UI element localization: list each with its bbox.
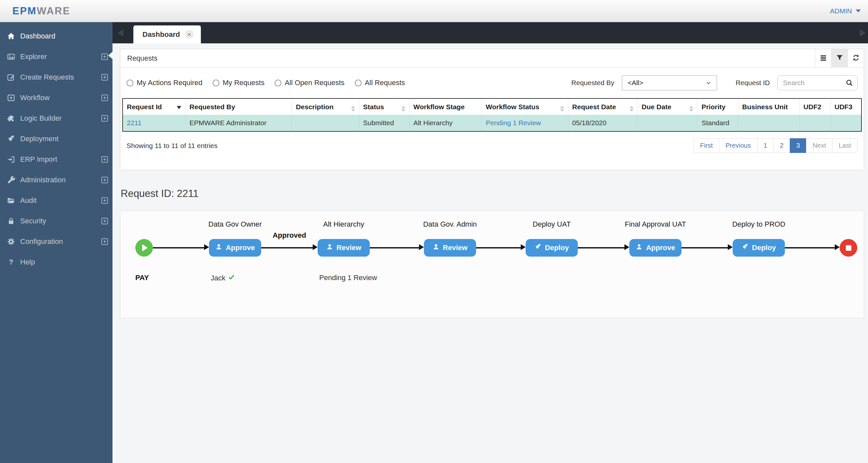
svg-text:?: ?: [9, 258, 13, 266]
sidebar-item-label: Security: [20, 217, 46, 225]
radio-label: All Requests: [365, 79, 405, 87]
expand-icon[interactable]: +: [101, 156, 108, 163]
workflow-arrow: [261, 247, 314, 248]
page-2[interactable]: 2: [773, 138, 790, 153]
scroll-tabs-right-icon[interactable]: [860, 29, 865, 37]
column-header-status[interactable]: Status: [359, 98, 409, 115]
expand-icon[interactable]: +: [101, 218, 108, 224]
expand-icon[interactable]: +: [101, 95, 108, 101]
sidebar-item-erp-import[interactable]: ERP Import+: [0, 149, 113, 169]
stage-button-approve-final-approval-uat[interactable]: Approve: [629, 239, 681, 257]
sidebar-item-label: Administration: [20, 176, 66, 184]
start-node: [135, 239, 153, 257]
column-header-business-unit[interactable]: Business Unit: [738, 98, 800, 115]
wrench-icon: [6, 176, 16, 185]
radio-circle: [126, 80, 133, 86]
expand-icon[interactable]: +: [101, 177, 108, 183]
stage-button-approve-data-gov-owner[interactable]: Approve: [209, 239, 261, 257]
sidebar-item-explorer[interactable]: Explorer+: [0, 46, 113, 67]
image-icon: [6, 52, 16, 61]
table-footer: Showing 11 to 11 of 11 entries FirstPrev…: [122, 138, 862, 153]
sort-icon: [628, 102, 633, 112]
column-header-udf3[interactable]: UDF3: [831, 98, 862, 115]
stage-button-deploy-deploy-to-prod[interactable]: Deploy: [733, 239, 785, 257]
stage-title: Data Gov. Admin: [398, 220, 502, 228]
user-menu[interactable]: ADMIN: [830, 7, 862, 15]
requests-table: Request IdRequested ByDescriptionStatusW…: [122, 98, 862, 132]
tab-dashboard[interactable]: Dashboard ×: [133, 25, 201, 43]
pagination: FirstPrevious123NextLast: [693, 138, 858, 153]
sidebar-item-label: Logic Builder: [20, 114, 62, 123]
refresh-button[interactable]: [847, 49, 864, 67]
sidebar-item-dashboard[interactable]: Dashboard: [0, 26, 113, 46]
page-1[interactable]: 1: [757, 138, 774, 153]
column-header-priority[interactable]: Priority: [698, 98, 738, 115]
edit-icon: [6, 73, 16, 82]
column-header-due-date[interactable]: Due Date: [638, 98, 698, 115]
column-header-workflow-status[interactable]: Workflow Status: [482, 98, 568, 115]
radio-my-requests[interactable]: My Requests: [213, 79, 265, 87]
expand-icon[interactable]: +: [101, 74, 108, 81]
radio-all-requests[interactable]: All Requests: [355, 79, 405, 87]
request-detail-heading: Request ID: 2211: [121, 188, 864, 199]
column-header-udf2[interactable]: UDF2: [800, 98, 831, 115]
page-first[interactable]: First: [693, 138, 719, 153]
column-header-workflow-stage[interactable]: Workflow Stage: [409, 98, 482, 115]
scroll-tabs-left-icon[interactable]: [118, 29, 123, 37]
stage-button-deploy-deploy-uat[interactable]: Deploy: [526, 239, 578, 257]
sidebar-collapse-icon[interactable]: [108, 52, 113, 59]
sidebar-item-audit[interactable]: Audit+: [0, 190, 113, 211]
workflow-arrow: [476, 247, 522, 248]
sidebar-item-logic-builder[interactable]: Logic Builder+: [0, 108, 113, 128]
sort-icon: [558, 102, 564, 112]
arrow-head-icon: [728, 244, 733, 250]
cell-link[interactable]: Pending 1 Review: [482, 115, 568, 131]
close-icon[interactable]: ×: [185, 30, 194, 39]
cell-link[interactable]: 2211: [123, 115, 186, 131]
sidebar: DashboardExplorer+Create Requests+Workfl…: [0, 22, 113, 463]
cell: [638, 115, 698, 131]
arrow-head-icon: [521, 244, 526, 250]
page-previous[interactable]: Previous: [719, 138, 757, 153]
sidebar-item-security[interactable]: Security+: [0, 211, 113, 231]
sidebar-item-configuration[interactable]: Configuration+: [0, 231, 113, 252]
column-label: Priority: [702, 103, 725, 111]
cell: [292, 115, 359, 131]
expand-icon[interactable]: +: [101, 197, 108, 204]
column-header-request-date[interactable]: Request Date: [568, 98, 638, 115]
column-header-request-id[interactable]: Request Id: [123, 98, 186, 115]
sort-icon: [349, 102, 355, 112]
search-icon[interactable]: [845, 79, 853, 87]
table-row[interactable]: 2211EPMWARE AdministratorSubmittedAlt Hi…: [123, 115, 862, 131]
chevron-down-icon: [856, 9, 861, 12]
filter-button[interactable]: [831, 49, 847, 67]
user-icon: [215, 243, 222, 252]
sidebar-item-label: Configuration: [20, 237, 63, 246]
sidebar-item-help[interactable]: ?Help: [0, 252, 113, 272]
stage-button-label: Approve: [646, 244, 675, 252]
panel-title: Requests: [127, 54, 157, 63]
stage-button-review-data-gov-admin[interactable]: Review: [424, 239, 476, 257]
page-3[interactable]: 3: [790, 138, 806, 153]
selected-value: <All>: [628, 79, 643, 87]
expand-icon[interactable]: +: [101, 54, 108, 60]
sidebar-item-administration[interactable]: Administration+: [0, 169, 113, 190]
list-button[interactable]: [815, 49, 831, 67]
sidebar-item-label: Audit: [20, 196, 36, 205]
chevron-down-icon: [705, 79, 712, 86]
sidebar-item-deployment[interactable]: Deployment: [0, 128, 113, 149]
sign-in-icon: [6, 155, 16, 164]
expand-icon[interactable]: +: [101, 115, 108, 122]
requests-panel: Requests My Actions RequiredMy RequestsA…: [120, 49, 864, 170]
top-bar: EPMWARE ADMIN: [0, 0, 868, 22]
sidebar-item-create-requests[interactable]: Create Requests+: [0, 67, 113, 87]
stage-button-review-alt-hierarchy[interactable]: Review: [318, 239, 370, 257]
expand-icon[interactable]: +: [101, 238, 108, 245]
sidebar-item-workflow[interactable]: Workflow+: [0, 87, 113, 108]
radio-my-actions-required[interactable]: My Actions Required: [126, 79, 203, 87]
requested-by-select[interactable]: <All>: [622, 75, 717, 90]
column-header-requested-by[interactable]: Requested By: [186, 98, 292, 115]
arrow-head-icon: [204, 244, 209, 250]
radio-all-open-requests[interactable]: All Open Requests: [275, 79, 344, 87]
column-header-description[interactable]: Description: [292, 98, 359, 115]
